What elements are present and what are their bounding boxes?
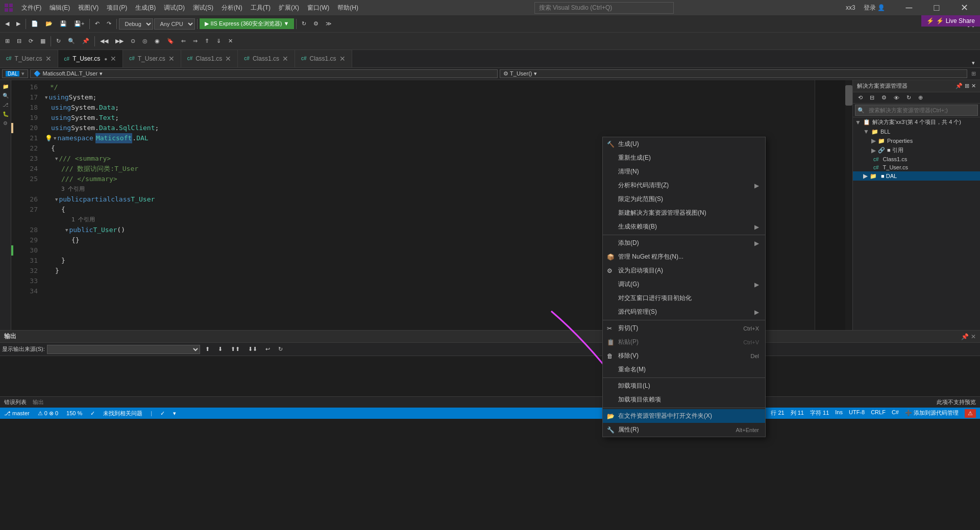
se-class1-node[interactable]: c# Class1.cs (853, 155, 980, 163)
tb2-btn9[interactable]: ◉ (152, 37, 163, 45)
tab-2-close[interactable]: ✕ (168, 55, 175, 63)
ctx-unload[interactable]: 卸载项目(L) (603, 379, 765, 393)
tb2-pin[interactable]: 📌 (79, 37, 92, 45)
output-btn5[interactable]: ↩ (262, 345, 273, 354)
activity-search[interactable]: 🔍 (2, 91, 10, 99)
activity-debug[interactable]: 🐛 (2, 110, 10, 118)
vertical-scrollbar[interactable] (845, 80, 852, 330)
menu-edit[interactable]: 编辑(E) (45, 2, 74, 14)
menu-debug[interactable]: 调试(D) (160, 2, 189, 14)
ctx-source[interactable]: 源代码管理(S) ▶ (603, 305, 765, 319)
platform-dropdown[interactable]: Any CPU (154, 18, 195, 30)
ctx-rebuild[interactable]: 重新生成(E) (603, 151, 765, 165)
attach-button[interactable]: ⚙ (310, 19, 322, 28)
tab-5[interactable]: c# Class1.cs ✕ (295, 50, 352, 67)
encoding-button[interactable]: UTF-8 (849, 409, 865, 418)
ctx-new-view[interactable]: 新建解决方案资源管理器视图(N) (603, 206, 765, 220)
line-ending-button[interactable]: CRLF (871, 409, 886, 418)
ctx-analyze[interactable]: 分析和代码清理(Z) ▶ (603, 179, 765, 192)
errors-button[interactable]: ⚠ 0 ⊗ 0 (38, 410, 58, 417)
activity-git[interactable]: ⎇ (2, 100, 10, 109)
activity-explore[interactable]: 📁 (2, 82, 10, 90)
menu-file[interactable]: 文件(F) (17, 2, 45, 14)
output-close[interactable]: ✕ (971, 333, 976, 340)
ctx-debug[interactable]: 调试(G) ▶ (603, 277, 765, 291)
ctx-load-deps[interactable]: 加载项目依赖项 (603, 393, 765, 407)
ctx-nuget[interactable]: 📦 管理 NuGet 程序包(N)... (603, 250, 765, 264)
tab-0-close[interactable]: ✕ (45, 55, 52, 63)
ctx-open-folder[interactable]: 📂 在文件资源管理器中打开文件夹(X) (603, 409, 765, 423)
se-filter-button[interactable]: ⊕ (915, 93, 926, 102)
ctx-scope[interactable]: 限定为此范围(S) (603, 192, 765, 206)
check-dropdown[interactable]: ▾ (173, 410, 176, 417)
namespace-path[interactable]: 🔷 Maticsoft.DAL.T_User ▾ (30, 69, 498, 78)
se-bll-node[interactable]: ▼ 📁 BLL (853, 127, 980, 136)
login-button[interactable]: 登录 👤 (864, 4, 885, 12)
output-tab[interactable]: 输出 (33, 398, 44, 406)
live-share-button[interactable]: ⚡ ⚡ Live Share (921, 15, 980, 27)
ctx-build[interactable]: 🔨 生成(U) (603, 137, 765, 151)
output-btn6[interactable]: ↻ (275, 345, 286, 354)
back-button[interactable]: ◀ (2, 19, 12, 28)
ctx-remove[interactable]: 🗑 移除(V) Del (603, 349, 765, 363)
menu-project[interactable]: 项目(P) (103, 2, 131, 14)
menu-build[interactable]: 生成(B) (131, 2, 160, 14)
tb2-btn5[interactable]: ◀◀ (97, 37, 111, 45)
se-references-node[interactable]: ▶ 🔗 ■ 引用 (853, 145, 980, 155)
tb2-btn15[interactable]: ✕ (225, 37, 236, 45)
se-pin-button[interactable]: 📌 (955, 83, 963, 89)
maximize-button[interactable]: □ (925, 0, 948, 15)
menu-window[interactable]: 窗口(W) (303, 2, 333, 14)
tb2-refresh[interactable]: ↻ (53, 37, 64, 45)
toolbar-more[interactable]: ≫ (323, 19, 335, 28)
tb2-btn8[interactable]: ◎ (139, 37, 151, 45)
menu-tools[interactable]: 工具(T) (247, 2, 275, 14)
output-btn3[interactable]: ⬆⬆ (228, 345, 243, 354)
tb2-btn11[interactable]: ⇐ (178, 37, 189, 45)
save-button[interactable]: 💾 (57, 19, 70, 28)
tb2-btn7[interactable]: ⊙ (128, 37, 138, 45)
close-button[interactable]: ✕ (952, 0, 976, 15)
tb2-btn6[interactable]: ▶▶ (112, 37, 127, 45)
tab-2[interactable]: c# T_User.cs ✕ (123, 50, 181, 67)
error-list-tab[interactable]: 错误列表 (4, 398, 27, 406)
menu-extensions[interactable]: 扩展(X) (275, 2, 303, 14)
se-show-all-button[interactable]: 👁 (891, 93, 902, 102)
tab-5-close[interactable]: ✕ (339, 55, 346, 63)
se-properties-button[interactable]: ⚙ (878, 93, 890, 102)
tab-4[interactable]: c# Class1.cs ✕ (238, 50, 295, 67)
tab-menu-button[interactable]: ▾ (969, 59, 978, 67)
output-btn2[interactable]: ⬇ (215, 345, 226, 354)
se-tuser-node[interactable]: c# T_User.cs (853, 163, 980, 171)
activity-extensions[interactable]: ⚙ (2, 119, 10, 127)
debug-mode-dropdown[interactable]: Debug (119, 18, 153, 30)
forward-button[interactable]: ▶ (13, 19, 23, 28)
tb2-btn14[interactable]: ⇓ (213, 37, 224, 45)
menu-help[interactable]: 帮助(H) (333, 2, 362, 14)
add-source-button[interactable]: ➕ 添加到源代码管理 (905, 409, 959, 418)
symbol-path[interactable]: ⚙ T_User() ▾ (500, 69, 967, 78)
tb2-search[interactable]: 🔍 (65, 37, 78, 45)
ctx-properties[interactable]: 🔧 属性(R) Alt+Enter (603, 423, 765, 437)
se-collapse-button[interactable]: ⊟ (867, 93, 877, 102)
ctx-init[interactable]: 对交互窗口进行项目初始化 (603, 291, 765, 305)
tab-3[interactable]: c# Class1.cs ✕ (181, 50, 238, 67)
se-refresh-button[interactable]: ↻ (903, 93, 914, 102)
tab-0[interactable]: c# T_User.cs ✕ (0, 50, 58, 67)
notifications-button[interactable]: ⚠ (965, 409, 976, 418)
ctx-clean[interactable]: 清理(N) (603, 165, 765, 179)
tab-1[interactable]: c# T_User.cs ● ✕ (58, 50, 124, 67)
menu-view[interactable]: 视图(V) (74, 2, 103, 14)
tab-3-close[interactable]: ✕ (225, 55, 231, 63)
menu-analyze[interactable]: 分析(N) (217, 2, 247, 14)
output-pin[interactable]: 📌 (961, 333, 969, 340)
output-btn1[interactable]: ⬆ (202, 345, 213, 354)
run-button[interactable]: ▶ IIS Express (360安全浏览器) ▼ (200, 18, 294, 29)
undo-button[interactable]: ↶ (92, 19, 103, 28)
check-icon2[interactable]: ✓ (160, 410, 165, 417)
output-btn4[interactable]: ⬇⬇ (245, 345, 260, 354)
tb2-btn1[interactable]: ⊞ (2, 37, 13, 45)
se-properties-node[interactable]: ▶ 📁 Properties (853, 136, 980, 145)
tab-1-close[interactable]: ✕ (110, 55, 116, 63)
ctx-paste[interactable]: 📋 粘贴(P) Ctrl+V (603, 335, 765, 349)
